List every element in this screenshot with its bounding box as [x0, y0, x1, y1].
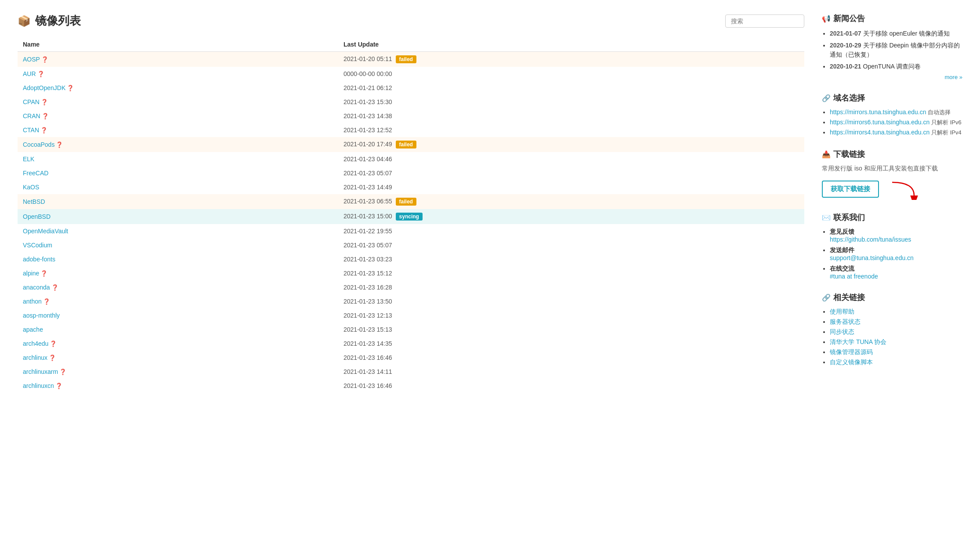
domain-link[interactable]: https://mirrors.tuna.tsinghua.edu.cn: [830, 109, 926, 116]
help-icon[interactable]: ❓: [42, 113, 49, 119]
help-icon[interactable]: ❓: [59, 369, 66, 375]
more-link[interactable]: more »: [822, 74, 962, 80]
download-btn[interactable]: 获取下载链接: [822, 181, 879, 198]
mirror-name-link[interactable]: arch4edu: [23, 340, 48, 347]
mirror-name-link[interactable]: archlinuxcn: [23, 382, 54, 389]
last-update-cell: 2021-01-23 03:23: [338, 252, 804, 266]
related-item: 镜像管理器源码: [830, 348, 962, 356]
related-item: 服务器状态: [830, 318, 962, 326]
last-update-cell: 2021-01-23 12:13: [338, 308, 804, 322]
help-icon[interactable]: ❓: [40, 127, 47, 134]
arrow-indicator: [888, 178, 923, 200]
domain-desc: 只解析 IPv6: [931, 119, 962, 126]
mirror-name-cell: alpine❓: [18, 266, 338, 280]
mirror-name-link[interactable]: CPAN: [23, 98, 40, 105]
mirror-name-link[interactable]: anthon: [23, 298, 42, 305]
help-icon[interactable]: ❓: [43, 298, 50, 305]
mirror-name-cell: AdoptOpenJDK❓: [18, 81, 338, 95]
domain-link[interactable]: https://mirrors4.tuna.tsinghua.edu.cn: [830, 129, 929, 136]
mirror-name-cell: AOSP❓: [18, 52, 338, 67]
contact-link[interactable]: support@tuna.tsinghua.edu.cn: [830, 254, 962, 261]
mirror-name-link[interactable]: aosp-monthly: [23, 312, 60, 319]
last-update-cell: 2021-01-23 16:46: [338, 379, 804, 393]
table-row: aosp-monthly2021-01-23 12:13: [18, 308, 804, 322]
related-link[interactable]: 使用帮助: [830, 308, 854, 315]
mirror-name-link[interactable]: alpine: [23, 270, 39, 277]
domain-item: https://mirrors.tuna.tsinghua.edu.cn 自动选…: [830, 109, 962, 116]
col-last-update: Last Update: [338, 37, 804, 52]
mirror-name-link[interactable]: AdoptOpenJDK: [23, 84, 65, 91]
related-link[interactable]: 清华大学 TUNA 协会: [830, 338, 886, 345]
related-link[interactable]: 自定义镜像脚本: [830, 358, 873, 366]
table-row: NetBSD2021-01-23 06:55failed: [18, 194, 804, 209]
sidebar: 📢 新闻公告 2021-01-07 关于移除 openEuler 镜像的通知20…: [822, 13, 962, 393]
mirror-name-link[interactable]: OpenBSD: [23, 213, 51, 220]
mirror-name-link[interactable]: AOSP: [23, 56, 40, 63]
news-list: 2021-01-07 关于移除 openEuler 镜像的通知2020-10-2…: [822, 29, 962, 71]
help-icon[interactable]: ❓: [40, 270, 47, 277]
mirror-name-cell: anthon❓: [18, 294, 338, 308]
page-title: 📦 镜像列表: [18, 13, 81, 29]
last-update-cell: 2021-01-23 15:12: [338, 266, 804, 280]
help-icon[interactable]: ❓: [41, 56, 48, 63]
help-icon[interactable]: ❓: [49, 355, 56, 361]
contact-link[interactable]: #tuna at freenode: [830, 273, 962, 280]
help-icon[interactable]: ❓: [41, 99, 48, 105]
last-update-cell: 2021-01-23 15:00syncing: [338, 209, 804, 224]
help-icon[interactable]: ❓: [67, 85, 74, 91]
help-icon[interactable]: ❓: [50, 340, 57, 347]
last-update-cell: 2021-01-23 12:52: [338, 123, 804, 137]
domain-link[interactable]: https://mirrors6.tuna.tsinghua.edu.cn: [830, 119, 929, 126]
contact-link[interactable]: https://github.com/tuna/issues: [830, 236, 962, 243]
table-row: archlinuxcn❓2021-01-23 16:46: [18, 379, 804, 393]
mirror-name-link[interactable]: NetBSD: [23, 198, 45, 205]
news-section: 📢 新闻公告 2021-01-07 关于移除 openEuler 镜像的通知20…: [822, 13, 962, 80]
related-link[interactable]: 镜像管理器源码: [830, 348, 873, 355]
domain-title-text: 域名选择: [833, 93, 865, 103]
last-update-cell: 2021-01-23 14:38: [338, 109, 804, 123]
contact-list: 意见反馈https://github.com/tuna/issues发送邮件su…: [822, 228, 962, 280]
help-icon[interactable]: ❓: [56, 141, 63, 148]
related-link[interactable]: 同步状态: [830, 328, 854, 335]
domain-icon: 🔗: [822, 94, 831, 102]
mirror-name-link[interactable]: AUR: [23, 70, 36, 77]
table-row: alpine❓2021-01-23 15:12: [18, 266, 804, 280]
table-row: KaOS2021-01-23 14:49: [18, 180, 804, 194]
last-update-cell: 2021-01-20 17:49failed: [338, 137, 804, 152]
table-row: anaconda❓2021-01-23 16:28: [18, 280, 804, 294]
mirror-name-link[interactable]: ELK: [23, 156, 34, 163]
mirror-name-link[interactable]: FreeCAD: [23, 170, 48, 177]
mirror-name-link[interactable]: CTAN: [23, 127, 39, 134]
mirror-name-link[interactable]: CRAN: [23, 112, 40, 119]
help-icon[interactable]: ❓: [55, 383, 62, 389]
contact-icon: ✉️: [822, 214, 831, 222]
help-icon[interactable]: ❓: [37, 71, 44, 77]
table-row: FreeCAD2021-01-23 05:07: [18, 166, 804, 180]
mirror-name-link[interactable]: adobe-fonts: [23, 256, 55, 263]
status-badge: failed: [396, 141, 416, 148]
mirror-name-link[interactable]: CocoaPods: [23, 141, 54, 148]
mirror-name-link[interactable]: OpenMediaVault: [23, 228, 68, 235]
search-input[interactable]: [725, 14, 804, 28]
contact-label: 在线交流: [830, 265, 854, 272]
mirror-name-cell: apache: [18, 322, 338, 337]
mirror-name-cell: ELK: [18, 152, 338, 166]
related-link[interactable]: 服务器状态: [830, 318, 861, 325]
mirror-name-link[interactable]: apache: [23, 326, 43, 333]
domain-desc: 自动选择: [928, 109, 951, 116]
last-update-cell: 2021-01-23 04:46: [338, 152, 804, 166]
mirror-name-cell: OpenBSD: [18, 209, 338, 224]
mirror-name-cell: NetBSD: [18, 194, 338, 209]
last-update-cell: 2021-01-23 16:46: [338, 351, 804, 365]
mirror-name-link[interactable]: KaOS: [23, 184, 39, 191]
mirror-name-link[interactable]: archlinux: [23, 354, 47, 361]
mirror-name-link[interactable]: archlinuxarm: [23, 368, 58, 375]
mirror-name-link[interactable]: anaconda: [23, 284, 50, 291]
table-row: apache2021-01-23 15:13: [18, 322, 804, 337]
mirror-name-link[interactable]: VSCodium: [23, 242, 52, 249]
last-update-cell: 2021-01-23 14:49: [338, 180, 804, 194]
contact-title-text: 联系我们: [833, 212, 865, 223]
mirror-name-cell: FreeCAD: [18, 166, 338, 180]
download-icon: 📥: [822, 150, 831, 159]
help-icon[interactable]: ❓: [51, 284, 58, 291]
